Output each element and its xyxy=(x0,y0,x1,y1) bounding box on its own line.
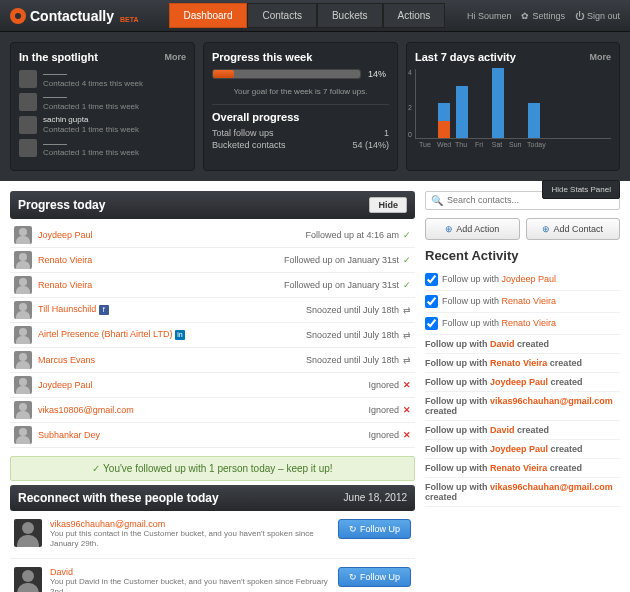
progress-week-title: Progress this week xyxy=(212,51,389,63)
recent-activity-item[interactable]: Follow up with Renato Vieira xyxy=(425,313,620,335)
contact-status: Ignored ✕ xyxy=(368,405,411,415)
reconnect-item: DavidYou put David in the Customer bucke… xyxy=(10,559,415,592)
linkedin-icon: in xyxy=(175,330,185,340)
progress-row[interactable]: Joydeep Paul Followed up at 4:16 am ✓ xyxy=(10,223,415,248)
spotlight-item[interactable]: sachin guptaContacted 1 time this week xyxy=(19,115,186,134)
overall-title: Overall progress xyxy=(212,111,389,123)
contact-status: Followed up on January 31st ✓ xyxy=(284,280,411,290)
activity-checkbox[interactable] xyxy=(425,317,438,330)
contact-link[interactable]: Renato Vieira xyxy=(490,463,547,473)
contact-status: Ignored ✕ xyxy=(368,430,411,440)
nav-dashboard[interactable]: Dashboard xyxy=(169,3,248,28)
contact-status: Snoozed until July 18th ⇄ xyxy=(306,330,411,340)
avatar xyxy=(19,93,37,111)
follow-up-button[interactable]: ↻Follow Up xyxy=(338,567,411,587)
contact-name[interactable]: Marcus Evans xyxy=(38,355,300,365)
recent-activity-item[interactable]: Follow up with David created xyxy=(425,335,620,354)
snooze-icon: ⇄ xyxy=(403,330,411,340)
chart-xlabel: Wed xyxy=(437,141,449,148)
spotlight-item[interactable]: ———Contacted 1 time this week xyxy=(19,139,186,158)
contact-status: Followed up on January 31st ✓ xyxy=(284,255,411,265)
avatar xyxy=(19,116,37,134)
progress-week-panel: Progress this week 14% Your goal for the… xyxy=(203,42,398,171)
recent-activity: Recent Activity Follow up with Joydeep P… xyxy=(425,248,620,507)
settings-link[interactable]: ✿Settings xyxy=(521,11,565,21)
contact-link[interactable]: vikas96chauhan@gmail.com xyxy=(490,482,613,492)
progress-row[interactable]: Joydeep Paul Ignored ✕ xyxy=(10,373,415,398)
progress-today-title: Progress today xyxy=(18,198,105,212)
spotlight-item[interactable]: ———Contacted 1 time this week xyxy=(19,92,186,111)
contact-name[interactable]: Till Haunschild f xyxy=(38,304,300,315)
progress-row[interactable]: Renato Vieira Followed up on January 31s… xyxy=(10,273,415,298)
activity-checkbox[interactable] xyxy=(425,273,438,286)
follow-up-button[interactable]: ↻Follow Up xyxy=(338,519,411,539)
signout-link[interactable]: ⏻Sign out xyxy=(575,11,620,21)
spotlight-item[interactable]: ———Contacted 4 times this week xyxy=(19,69,186,88)
recent-activity-item[interactable]: Follow up with vikas96chauhan@gmail.com … xyxy=(425,478,620,507)
progress-row[interactable]: vikas10806@gmail.com Ignored ✕ xyxy=(10,398,415,423)
recent-activity-item[interactable]: Follow up with Renato Vieira created xyxy=(425,354,620,373)
contact-name[interactable]: David xyxy=(50,567,330,577)
progress-row[interactable]: Subhankar Dey Ignored ✕ xyxy=(10,423,415,448)
recent-activity-item[interactable]: Follow up with Renato Vieira xyxy=(425,291,620,313)
search-icon: 🔍 xyxy=(431,195,443,206)
logo[interactable]: Contactually BETA xyxy=(10,8,139,24)
contact-desc: You put this contact in the Customer buc… xyxy=(50,529,330,550)
header-right: Hi Soumen ✿Settings ⏻Sign out xyxy=(467,11,620,21)
contact-link[interactable]: Renato Vieira xyxy=(502,296,556,306)
contact-name[interactable]: vikas10806@gmail.com xyxy=(38,405,362,415)
recent-activity-item[interactable]: Follow up with vikas96chauhan@gmail.com … xyxy=(425,392,620,421)
progress-row[interactable]: Till Haunschild fSnoozed until July 18th… xyxy=(10,298,415,323)
success-message: ✓ You've followed up with 1 person today… xyxy=(10,456,415,481)
contact-link[interactable]: David xyxy=(490,425,515,435)
hide-button[interactable]: Hide xyxy=(369,197,407,213)
nav-contacts[interactable]: Contacts xyxy=(247,3,316,28)
contact-link[interactable]: vikas96chauhan@gmail.com xyxy=(490,396,613,406)
contact-name[interactable]: Joydeep Paul xyxy=(38,380,362,390)
contact-link[interactable]: Joydeep Paul xyxy=(490,377,548,387)
add-contact-button[interactable]: ⊕Add Contact xyxy=(526,218,621,240)
contact-name[interactable]: Joydeep Paul xyxy=(38,230,299,240)
x-icon: ✕ xyxy=(403,405,411,415)
progress-row[interactable]: Renato Vieira Followed up on January 31s… xyxy=(10,248,415,273)
power-icon: ⏻ xyxy=(575,11,584,21)
progress-row[interactable]: Marcus Evans Snoozed until July 18th ⇄ xyxy=(10,348,415,373)
activity-panel: Last 7 days activityMore 420 TueWedThuFr… xyxy=(406,42,620,171)
avatar xyxy=(14,426,32,444)
contact-link[interactable]: David xyxy=(490,339,515,349)
avatar xyxy=(14,567,42,592)
contact-desc: You put David in the Customer bucket, an… xyxy=(50,577,330,592)
hide-stats-button[interactable]: Hide Stats Panel xyxy=(542,180,620,199)
nav-actions[interactable]: Actions xyxy=(383,3,446,28)
facebook-icon: f xyxy=(99,305,109,315)
user-plus-icon: ⊕ xyxy=(542,224,550,234)
activity-checkbox[interactable] xyxy=(425,295,438,308)
recent-activity-item[interactable]: Follow up with David created xyxy=(425,421,620,440)
recent-activity-item[interactable]: Follow up with Joydeep Paul created xyxy=(425,373,620,392)
contact-status: Snoozed until July 18th ⇄ xyxy=(306,355,411,365)
reconnect-date: June 18, 2012 xyxy=(344,492,407,503)
stats-panel: In the spotlightMore ———Contacted 4 time… xyxy=(0,32,630,181)
add-action-button[interactable]: ⊕Add Action xyxy=(425,218,520,240)
logo-icon xyxy=(10,8,26,24)
contact-name[interactable]: Subhankar Dey xyxy=(38,430,362,440)
chart-xlabel: Tue xyxy=(419,141,431,148)
progress-row[interactable]: Airtel Presence (Bharti Airtel LTD) inSn… xyxy=(10,323,415,348)
contact-link[interactable]: Joydeep Paul xyxy=(490,444,548,454)
nav-buckets[interactable]: Buckets xyxy=(317,3,383,28)
recent-activity-item[interactable]: Follow up with Renato Vieira created xyxy=(425,459,620,478)
contact-link[interactable]: Joydeep Paul xyxy=(502,274,557,284)
activity-more[interactable]: More xyxy=(589,52,611,62)
contact-name[interactable]: Renato Vieira xyxy=(38,255,278,265)
progress-today-header: Progress today Hide xyxy=(10,191,415,219)
recent-activity-item[interactable]: Follow up with Joydeep Paul xyxy=(425,269,620,291)
contact-name[interactable]: Renato Vieira xyxy=(38,280,278,290)
avatar xyxy=(14,376,32,394)
reconnect-header: Reconnect with these people today June 1… xyxy=(10,485,415,511)
contact-name[interactable]: Airtel Presence (Bharti Airtel LTD) in xyxy=(38,329,300,340)
spotlight-more[interactable]: More xyxy=(164,52,186,62)
contact-link[interactable]: Renato Vieira xyxy=(490,358,547,368)
recent-activity-item[interactable]: Follow up with Joydeep Paul created xyxy=(425,440,620,459)
contact-name[interactable]: vikas96chauhan@gmail.com xyxy=(50,519,330,529)
contact-link[interactable]: Renato Vieira xyxy=(502,318,556,328)
